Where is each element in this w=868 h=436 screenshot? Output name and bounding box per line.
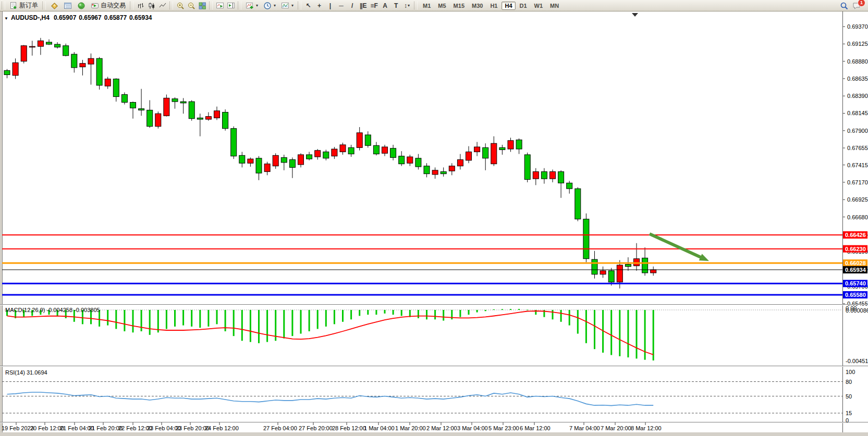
toolbar-grip[interactable] [298, 2, 301, 9]
macd-histogram-bar [283, 310, 285, 339]
macd-histogram-bar [359, 310, 360, 316]
candle-body [524, 155, 530, 180]
timeframe-d1-button[interactable]: D1 [517, 2, 530, 10]
zoom-in-button[interactable] [175, 1, 186, 11]
indicators-button[interactable]: ▾ [243, 0, 261, 11]
candle-body [189, 102, 194, 119]
candle-body [457, 159, 463, 166]
time-tick-label: 3 Mar 04:00 [457, 425, 488, 431]
chart-shift-icon [227, 2, 235, 10]
macd-histogram-bar [141, 310, 142, 331]
chart-menu-arrow[interactable]: ▼ [4, 16, 8, 21]
candle-body [558, 172, 564, 183]
zoom-out-button[interactable] [186, 1, 197, 11]
time-tick-label: 1 Mar 20:00 [395, 425, 426, 431]
toolbar-grip[interactable] [169, 2, 173, 9]
timeframe-m5-button[interactable]: M5 [435, 2, 449, 10]
templates-button[interactable]: ▾ [278, 0, 296, 11]
crosshair-tool[interactable]: + [314, 1, 325, 11]
toolbar-grip[interactable] [130, 2, 133, 9]
horizontal-line-tool[interactable]: ─ [336, 1, 347, 11]
candle-body [415, 158, 421, 167]
new-order-label: 新订单 [19, 1, 38, 10]
new-order-icon [9, 2, 18, 10]
price-tick-label: 0.67170 [847, 179, 868, 185]
text-tool[interactable]: A [380, 1, 390, 11]
candle-body [4, 70, 10, 74]
text-label-tool[interactable]: T [390, 1, 401, 11]
candle-body [164, 98, 169, 116]
time-tick-label: 2 Mar 12:00 [426, 425, 457, 431]
fibonacci-tool[interactable]: ≡F [369, 1, 380, 11]
toolbar-grip[interactable] [414, 2, 418, 9]
macd-histogram-bar [250, 310, 251, 342]
time-tick-label: 27 Feb 04:00 [263, 425, 297, 431]
indicators-icon [246, 2, 254, 10]
toolbar-grip[interactable] [2, 2, 5, 9]
ohlc-high: 0.65967 [79, 14, 102, 21]
candle-body [214, 111, 220, 118]
ohlc-close: 0.65934 [129, 14, 152, 21]
candle-body [96, 58, 102, 85]
bar-chart-button[interactable] [135, 1, 146, 11]
tile-windows-button[interactable] [197, 1, 207, 11]
candle-body [634, 259, 640, 266]
macd-histogram-bar [426, 310, 427, 319]
candle-body [533, 172, 539, 179]
trendline-tool[interactable]: / [347, 1, 358, 11]
macd-histogram-bar [476, 310, 478, 313]
macd-indicator-label: MACD(12,26,9) -0.004258 -0.003805 [5, 307, 100, 313]
cursor-tool[interactable]: ↖ [303, 1, 314, 11]
candlestick-chart-button[interactable] [146, 1, 157, 11]
timeframe-m15-button[interactable]: M15 [450, 2, 468, 10]
timeframe-h4-button[interactable]: H4 [502, 2, 515, 10]
macd-histogram-bar [325, 310, 327, 327]
auto-scroll-icon [216, 2, 224, 10]
chevron-down-icon: ▾ [274, 3, 276, 8]
chart-area[interactable]: 0.693700.691250.688800.686350.683900.681… [0, 0, 868, 436]
timeframe-h1-button[interactable]: H1 [487, 2, 500, 10]
navigator-button[interactable] [75, 0, 88, 11]
candle-body [348, 147, 354, 154]
price-badge: 0.66426 [843, 231, 867, 239]
auto-scroll-button[interactable] [214, 1, 225, 11]
auto-trading-button[interactable]: 自动交易 [88, 0, 128, 11]
candle-body [298, 155, 304, 165]
price-tick-label: 0.69125 [847, 41, 868, 47]
macd-histogram-bar [485, 310, 486, 311]
candle-body [516, 140, 522, 149]
toolbar-grip[interactable] [209, 2, 213, 9]
timeframe-m1-button[interactable]: M1 [420, 2, 434, 10]
time-tick-label: 6 Mar 12:00 [520, 425, 551, 431]
new-order-button[interactable]: 新订单 [7, 0, 41, 11]
notifications-icon[interactable]: 1 [852, 2, 862, 10]
arrows-tool[interactable]: ↕▾ [401, 1, 412, 11]
candle-body [592, 259, 597, 275]
toolbar-grip[interactable] [42, 2, 46, 9]
macd-histogram-bar [317, 310, 319, 329]
search-icon[interactable] [840, 2, 848, 10]
data-window-button[interactable] [61, 0, 75, 11]
market-watch-button[interactable] [47, 0, 61, 11]
notification-badge: 1 [858, 0, 865, 7]
line-chart-button[interactable] [157, 1, 168, 11]
macd-histogram-bar [493, 309, 495, 310]
vertical-line-tool[interactable]: | [325, 1, 336, 11]
macd-axis-label: -0.004519 [846, 358, 868, 364]
candle-body [231, 129, 237, 156]
candle-body [248, 159, 253, 163]
macd-histogram-bar [216, 310, 218, 324]
window-bottom-frame [0, 432, 868, 436]
chart-shift-button[interactable] [225, 1, 236, 11]
price-tick-label: 0.68635 [847, 76, 868, 82]
equidistant-channel-tool[interactable]: ∥E [358, 1, 369, 11]
candle-body [600, 271, 606, 275]
price-tick-label: 0.66925 [847, 196, 868, 203]
timeframe-m30-button[interactable]: M30 [469, 2, 486, 10]
candle-body [139, 109, 144, 110]
macd-histogram-bar [418, 310, 419, 318]
timeframe-w1-button[interactable]: W1 [531, 2, 546, 10]
timeframe-mn-button[interactable]: MN [547, 2, 562, 10]
toolbar-grip[interactable] [238, 2, 241, 9]
periods-button[interactable]: ▾ [261, 0, 278, 11]
